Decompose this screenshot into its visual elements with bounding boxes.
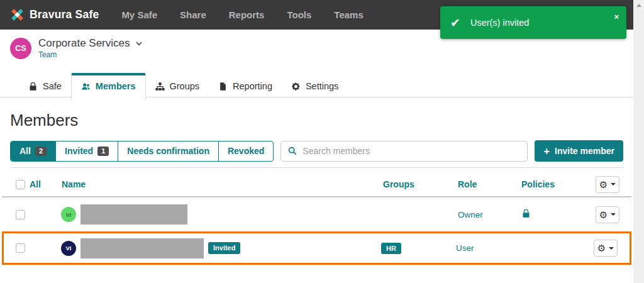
- toast-message: User(s) invited: [470, 18, 529, 28]
- members-table: All Name Groups Role Policies ⚙ VI Owner: [2, 172, 631, 265]
- select-all-label: All: [30, 179, 41, 189]
- header-policies: Policies: [519, 179, 596, 189]
- settings-icon: [291, 82, 301, 91]
- members-icon: [81, 82, 91, 91]
- tab-label: Members: [96, 81, 136, 91]
- header-name: Name: [60, 179, 381, 189]
- check-icon: ✔: [450, 16, 460, 30]
- filter-all[interactable]: All 2: [11, 142, 56, 161]
- filter-revoked[interactable]: Revoked: [219, 142, 273, 161]
- caret-down-icon: [609, 247, 614, 250]
- team-name: Corporate Services: [38, 37, 130, 50]
- filter-label: Needs confirmation: [127, 146, 209, 156]
- sitemap-icon: [155, 82, 165, 91]
- page-title: Members: [10, 111, 623, 130]
- nav-item-my-safe[interactable]: My Safe: [121, 9, 157, 20]
- search-input[interactable]: [303, 146, 520, 156]
- table-header-row: All Name Groups Role Policies ⚙: [2, 172, 631, 197]
- filter-invited[interactable]: Invited 1: [56, 142, 118, 161]
- policy-lock-icon: [521, 209, 531, 218]
- tab-groups[interactable]: Groups: [146, 75, 209, 97]
- tab-safe[interactable]: Safe: [19, 75, 71, 97]
- member-status-filter-group: All 2 Invited 1 Needs confirmation Revok…: [10, 141, 274, 162]
- header-select-all: All: [16, 179, 60, 189]
- tab-settings[interactable]: Settings: [282, 75, 348, 97]
- success-toast: ✔ User(s) invited ×: [440, 6, 626, 39]
- row-options-button[interactable]: ⚙: [596, 206, 619, 223]
- nav-items: My Safe Share Reports Tools Teams: [121, 9, 363, 20]
- header-groups: Groups: [381, 179, 456, 189]
- nav-item-share[interactable]: Share: [180, 9, 206, 20]
- invite-member-button[interactable]: + Invite member: [535, 140, 623, 162]
- tab-label: Reporting: [233, 81, 272, 91]
- table-options-button[interactable]: ⚙: [596, 176, 619, 193]
- filter-count-badge: 2: [35, 147, 47, 156]
- tab-reporting[interactable]: Reporting: [209, 75, 282, 97]
- header-role: Role: [456, 179, 519, 189]
- gear-icon: ⚙: [597, 243, 606, 253]
- tab-members[interactable]: Members: [71, 73, 146, 99]
- nav-item-reports[interactable]: Reports: [229, 9, 265, 20]
- member-name-cell: VI: [60, 204, 381, 225]
- row-select-cell: [16, 243, 60, 253]
- member-row-owner[interactable]: VI Owner ⚙: [2, 197, 631, 231]
- member-name-cell: VI Invited: [60, 238, 379, 258]
- select-all-checkbox[interactable]: [16, 180, 25, 189]
- app-window: Bravura Safe My Safe Share Reports Tools…: [0, 0, 633, 265]
- filter-label: Invited: [65, 146, 93, 156]
- member-row-invited[interactable]: VI Invited HR User ⚙: [2, 231, 631, 265]
- group-badge: HR: [381, 243, 401, 254]
- gear-icon: ⚙: [599, 180, 608, 189]
- member-name-redacted: [80, 238, 204, 258]
- search-icon: [288, 147, 297, 155]
- scrollbar-up-arrow[interactable]: [636, 4, 641, 7]
- member-avatar: VI: [61, 241, 76, 256]
- section-divider: [10, 167, 623, 168]
- chevron-down-icon: [136, 42, 142, 46]
- brand[interactable]: Bravura Safe: [10, 8, 99, 22]
- toast-close-button[interactable]: ×: [614, 13, 619, 21]
- team-avatar: CS: [10, 38, 31, 59]
- groups-cell: HR: [379, 243, 454, 253]
- row-select-cell: [16, 210, 60, 219]
- members-controls: All 2 Invited 1 Needs confirmation Revok…: [10, 140, 623, 162]
- tab-label: Groups: [170, 81, 200, 91]
- status-badge: Invited: [208, 242, 240, 254]
- members-page: Members All 2 Invited 1 Needs confirmati…: [0, 111, 633, 168]
- member-avatar: VI: [61, 207, 76, 222]
- filter-label: Revoked: [228, 146, 264, 156]
- filter-count-badge: 1: [97, 147, 109, 156]
- role-cell: User: [454, 243, 518, 253]
- plus-icon: +: [543, 146, 550, 157]
- report-icon: [218, 82, 228, 91]
- lock-icon: [28, 82, 38, 91]
- bravura-logo-icon: [10, 8, 25, 22]
- team-title-block: Corporate Services Team: [38, 37, 142, 59]
- scrollbar[interactable]: [633, 0, 644, 283]
- brand-label: Bravura Safe: [30, 8, 99, 21]
- team-name-row[interactable]: Corporate Services: [38, 37, 142, 50]
- row-options-button[interactable]: ⚙: [594, 240, 618, 257]
- invite-member-label: Invite member: [555, 146, 614, 156]
- row-checkbox[interactable]: [16, 210, 25, 219]
- caret-down-icon: [611, 183, 616, 186]
- policies-cell: [519, 209, 596, 220]
- tab-label: Safe: [43, 81, 62, 91]
- nav-item-tools[interactable]: Tools: [287, 9, 311, 20]
- nav-item-teams[interactable]: Teams: [334, 9, 363, 20]
- team-subtitle: Team: [38, 50, 142, 59]
- gear-icon: ⚙: [599, 210, 608, 219]
- search-box: [280, 141, 528, 162]
- tab-bar: Safe Members Groups Reporting: [0, 73, 633, 97]
- caret-down-icon: [611, 213, 616, 216]
- role-cell: Owner: [456, 210, 519, 219]
- filter-label: All: [19, 146, 31, 156]
- tab-label: Settings: [306, 81, 338, 91]
- filter-needs-confirmation[interactable]: Needs confirmation: [118, 142, 219, 161]
- row-checkbox[interactable]: [16, 243, 25, 253]
- member-name-redacted: [80, 204, 187, 225]
